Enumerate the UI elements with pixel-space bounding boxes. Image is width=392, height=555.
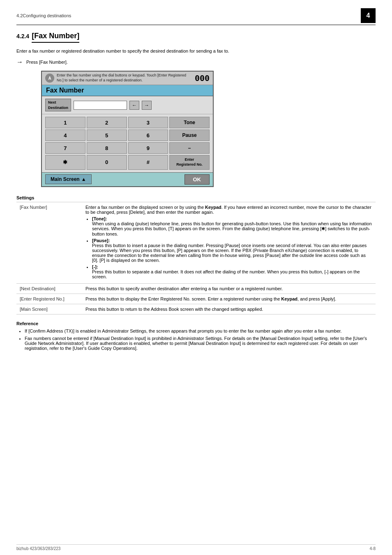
arrow-icon: → — [16, 58, 23, 66]
settings-table: [Fax Number] Enter a fax number on the d… — [16, 202, 376, 314]
key-star[interactable]: ✱ — [45, 155, 85, 169]
ok-button[interactable]: OK — [184, 174, 210, 185]
settings-header: Settings — [16, 195, 376, 200]
chapter-badge: 4 — [361, 8, 376, 23]
main-screen-label: Main Screen — [51, 176, 80, 182]
instruction-text: Press [Fax Number]. — [26, 60, 68, 65]
main-screen-arrow: ▲ — [81, 176, 86, 182]
logo-text: A — [48, 76, 51, 81]
logo: A — [45, 74, 54, 83]
key-9[interactable]: 9 — [128, 142, 168, 154]
section-description: Enter a fax number or registered destina… — [16, 49, 376, 53]
fax-number-header: Fax Number — [42, 85, 213, 96]
reference-list: If [Confirm Address (TX)] is enabled in … — [25, 328, 376, 351]
ui-title-bar: A Enter the fax number using the dial bu… — [42, 72, 213, 85]
fax-number-input[interactable] — [74, 101, 127, 110]
ui-mockup: A Enter the fax number using the dial bu… — [41, 71, 214, 187]
settings-label-reg: [Enter Registered No.] — [16, 294, 82, 304]
ui-title-text: Enter the fax number using the dial butt… — [54, 73, 195, 83]
right-arrow-button[interactable]: → — [142, 101, 152, 110]
instruction-row: → Press [Fax Number]. — [16, 58, 376, 66]
keypad-grid: 1 2 3 Tone 4 5 6 Pause 7 8 9 – ✱ 0 # Ent… — [42, 114, 213, 172]
settings-label-fax: [Fax Number] — [16, 202, 82, 283]
settings-label-next: [Next Destination] — [16, 283, 82, 294]
page-header: 4.2 Configuring destinations 4 — [16, 8, 376, 25]
key-8[interactable]: 8 — [87, 142, 127, 154]
settings-content-fax: Enter a fax number on the displayed scre… — [82, 202, 376, 283]
key-5[interactable]: 5 — [87, 130, 127, 141]
page-footer: bizhub 423/363/283/223 4-8 — [16, 544, 376, 551]
reference-section: Reference If [Confirm Address (TX)] is e… — [16, 321, 376, 351]
key-7[interactable]: 7 — [45, 142, 85, 154]
key-3[interactable]: 3 — [128, 117, 168, 128]
settings-content-main: Press this button to return to the Addre… — [82, 304, 376, 314]
footer-right: 4-8 — [370, 546, 376, 551]
settings-label-main: [Main Screen] — [16, 304, 82, 314]
settings-row-enter-reg: [Enter Registered No.] Press this button… — [16, 294, 376, 304]
enter-registered-button[interactable]: Enter Registered No. — [169, 155, 210, 169]
settings-content-next: Press this button to specify another des… — [82, 283, 376, 294]
key-dash[interactable]: – — [169, 142, 210, 154]
ui-counter: 000 — [195, 73, 210, 83]
reference-item-1: If [Confirm Address (TX)] is enabled in … — [25, 328, 376, 333]
key-pause[interactable]: Pause — [169, 130, 210, 141]
key-hash[interactable]: # — [128, 155, 168, 169]
reference-title: Reference — [16, 321, 376, 326]
section-number: 4.2.4 — [16, 33, 29, 39]
key-1[interactable]: 1 — [45, 117, 85, 128]
reference-item-2: Fax numbers cannot be entered if [Manual… — [25, 336, 376, 351]
left-arrow-button[interactable]: ← — [129, 101, 139, 110]
logo-circle: A — [45, 74, 54, 83]
ui-bottom-bar: Main Screen ▲ OK — [42, 172, 213, 186]
key-4[interactable]: 4 — [45, 130, 85, 141]
settings-row-next-dest: [Next Destination] Press this button to … — [16, 283, 376, 294]
footer-left: bizhub 423/363/283/223 — [16, 546, 60, 551]
settings-row-main: [Main Screen] Press this button to retur… — [16, 304, 376, 314]
next-destination-button[interactable]: Next Destination — [45, 99, 71, 111]
key-2[interactable]: 2 — [87, 117, 127, 128]
key-6[interactable]: 6 — [128, 130, 168, 141]
key-0[interactable]: 0 — [87, 155, 127, 169]
section-heading: [Fax Number] — [32, 32, 79, 43]
section-title-header: Configuring destinations — [23, 13, 71, 18]
settings-content-reg: Press this button to display the Enter R… — [82, 294, 376, 304]
section-label: 4.2 — [16, 13, 23, 18]
next-destination-row: Next Destination ← → — [42, 96, 213, 114]
key-tone[interactable]: Tone — [169, 117, 210, 128]
main-screen-button[interactable]: Main Screen ▲ — [45, 174, 92, 184]
settings-row-fax: [Fax Number] Enter a fax number on the d… — [16, 202, 376, 283]
